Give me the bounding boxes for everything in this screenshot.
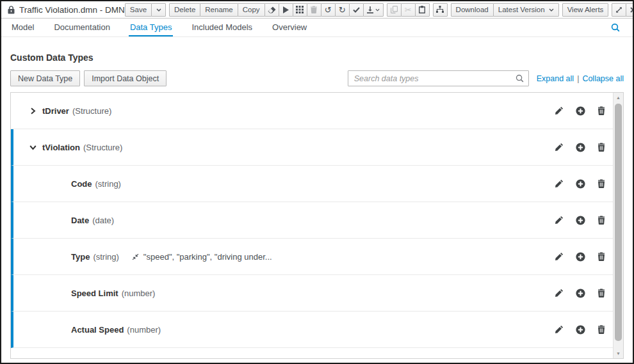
data-type-name: tDriver [42, 106, 69, 116]
data-type-row[interactable]: tDriver (Structure) [11, 93, 613, 129]
validate-check-icon-button[interactable] [349, 3, 364, 17]
lock-icon [8, 6, 15, 14]
rename-button[interactable]: Rename [200, 3, 238, 17]
data-type-list: tDriver (Structure) tViolation (Structur… [11, 93, 613, 348]
cut-icon-button[interactable]: ✂ [401, 3, 416, 17]
download-button[interactable]: Download [451, 3, 494, 17]
expander-icon[interactable] [29, 144, 37, 151]
redo-icon-button[interactable]: ↻ [335, 3, 350, 17]
data-type-name: tViolation [42, 143, 80, 152]
view-alerts-button[interactable]: View Alerts [562, 3, 609, 17]
links-divider: | [577, 74, 579, 83]
undo-icon-button[interactable]: ↺ [321, 3, 336, 17]
data-type-name: Actual Speed [71, 325, 124, 335]
data-types-panel: tDriver (Structure) tViolation (Structur… [10, 92, 624, 359]
vertical-scrollbar[interactable]: ▲ ▼ [613, 93, 623, 358]
row-actions [555, 252, 605, 262]
data-type-kind: (Structure) [83, 143, 122, 152]
tab-overview[interactable]: Overview [271, 19, 308, 36]
delete-trash-icon-button[interactable] [597, 252, 605, 261]
row-actions [555, 325, 605, 335]
scroll-down-arrow[interactable]: ▼ [614, 349, 623, 358]
data-type-kind: (number) [127, 325, 161, 335]
edit-pencil-icon-button[interactable] [555, 325, 564, 334]
data-type-row[interactable]: Actual Speed (number) [11, 312, 613, 348]
search-data-types-input[interactable] [348, 70, 529, 86]
delete-trash-icon-button[interactable] [597, 179, 605, 188]
project-tree-icon-button[interactable] [433, 3, 448, 17]
download-icon-button[interactable] [363, 3, 384, 17]
edit-pencil-icon-button[interactable] [555, 143, 564, 152]
dmn-editor-window: Traffic Violation.dmn - DMN Save Delete … [0, 0, 634, 364]
data-type-kind: (number) [122, 289, 156, 298]
scrollbar-thumb[interactable] [615, 104, 622, 341]
delete-trash-icon-button[interactable] [597, 143, 605, 152]
page-title: Custom Data Types [10, 52, 624, 63]
add-field-icon-button[interactable] [576, 106, 585, 116]
data-type-row[interactable]: Speed Limit (number) [11, 275, 613, 312]
add-field-icon-button[interactable] [576, 179, 585, 189]
tab-bar: Model Documentation Data Types Included … [1, 19, 633, 37]
eraser-icon-button[interactable] [264, 3, 279, 17]
search-icon[interactable] [607, 19, 624, 36]
trash-icon-button[interactable] [307, 3, 321, 17]
constraint-text: "speed", "parking", "driving under... [143, 252, 272, 262]
row-actions [555, 289, 605, 298]
delete-trash-icon-button[interactable] [597, 216, 605, 225]
close-icon-button[interactable] [626, 3, 634, 17]
scroll-up-arrow[interactable]: ▲ [614, 93, 623, 102]
play-icon-button[interactable] [279, 3, 293, 17]
expand-icon-button[interactable] [612, 3, 626, 17]
delete-trash-icon-button[interactable] [597, 325, 605, 334]
edit-pencil-icon-button[interactable] [555, 179, 564, 188]
paste-icon-button[interactable] [415, 3, 430, 17]
title-bar: Traffic Violation.dmn - DMN Save Delete … [1, 1, 633, 19]
toolbar: Save Delete Rename Copy ↺ ↻ ✂ [125, 3, 634, 17]
version-dropdown-button[interactable]: Latest Version [493, 3, 559, 17]
save-dropdown-caret[interactable] [151, 3, 166, 17]
data-type-row[interactable]: tViolation (Structure) [11, 129, 613, 166]
edit-pencil-icon-button[interactable] [555, 252, 564, 261]
constraint-icon [132, 253, 139, 260]
new-data-type-button[interactable]: New Data Type [10, 70, 80, 86]
data-type-row[interactable]: Date (date) [11, 202, 613, 239]
add-field-icon-button[interactable] [576, 325, 585, 335]
version-dropdown-label: Latest Version [498, 6, 545, 13]
tab-data-types[interactable]: Data Types [129, 19, 174, 36]
copy-button[interactable]: Copy [238, 3, 265, 17]
edit-pencil-icon-button[interactable] [555, 216, 564, 225]
delete-trash-icon-button[interactable] [597, 106, 605, 115]
tab-model[interactable]: Model [10, 19, 35, 36]
data-type-name: Date [71, 216, 89, 225]
duplicate-icon-button[interactable] [387, 3, 402, 17]
tab-included-models[interactable]: Included Models [190, 19, 254, 36]
data-type-name: Type [71, 252, 90, 262]
add-field-icon-button[interactable] [576, 216, 585, 225]
data-type-row[interactable]: Code (string) [11, 166, 613, 202]
row-actions [555, 216, 605, 225]
data-type-row[interactable]: Type (string) "speed", "parking", "drivi… [11, 239, 613, 275]
window-title: Traffic Violation.dmn - DMN [19, 5, 125, 15]
add-field-icon-button[interactable] [576, 252, 585, 262]
tab-documentation[interactable]: Documentation [53, 19, 111, 36]
controls-row: New Data Type Import Data Object Expand … [10, 70, 624, 86]
expander-icon[interactable] [29, 107, 37, 115]
collapse-all-link[interactable]: Collapse all [582, 74, 624, 83]
data-type-kind: (date) [92, 216, 114, 225]
delete-trash-icon-button[interactable] [597, 289, 605, 297]
expand-all-link[interactable]: Expand all [537, 74, 574, 83]
data-type-name: Speed Limit [71, 289, 118, 298]
add-field-icon-button[interactable] [576, 143, 585, 152]
grid-icon-button[interactable] [293, 3, 307, 17]
expand-collapse-links: Expand all|Collapse all [537, 74, 624, 83]
edit-pencil-icon-button[interactable] [555, 289, 564, 297]
data-types-page: Custom Data Types New Data Type Import D… [1, 52, 633, 359]
add-field-icon-button[interactable] [576, 289, 585, 298]
save-button[interactable]: Save [125, 3, 152, 17]
import-data-object-button[interactable]: Import Data Object [84, 70, 167, 86]
row-actions [555, 106, 605, 116]
search-input-icon [516, 74, 524, 85]
delete-button[interactable]: Delete [169, 3, 200, 17]
edit-pencil-icon-button[interactable] [555, 106, 564, 115]
data-type-kind: (Structure) [72, 106, 111, 116]
